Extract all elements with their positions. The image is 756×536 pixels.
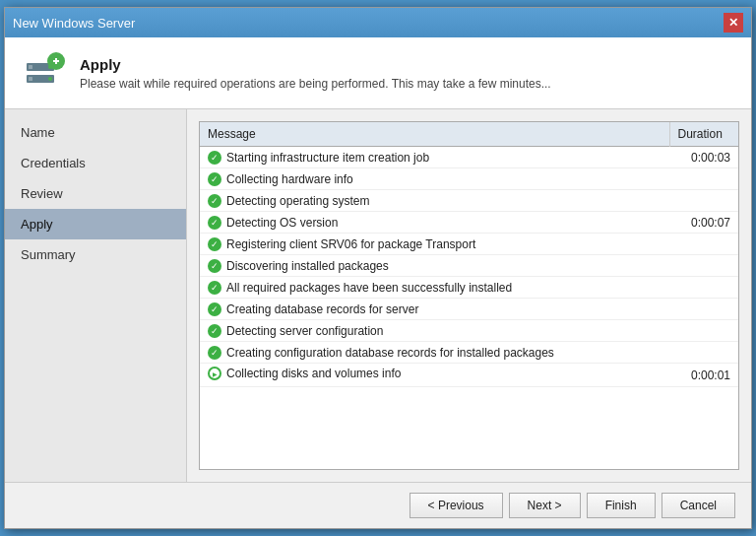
table-row: ✓Detecting operating system [200, 190, 738, 212]
log-duration [669, 299, 738, 320]
log-message: ✓Registering client SRV06 for package Tr… [200, 234, 669, 255]
svg-point-5 [48, 77, 52, 81]
table-row: Collecting disks and volumes info0:00:01 [200, 364, 738, 387]
log-table[interactable]: Message Duration ✓Starting infrastructur… [199, 121, 739, 470]
sidebar: NameCredentialsReviewApplySummary [5, 109, 187, 482]
check-icon: ✓ [208, 172, 221, 186]
table-row: ✓Detecting server configuration [200, 320, 738, 342]
table-row: ✓Collecting hardware info [200, 168, 738, 190]
log-duration [669, 234, 738, 255]
log-duration [669, 255, 738, 277]
check-icon: ✓ [208, 259, 221, 273]
table-row: ✓Creating database records for server [200, 299, 738, 320]
column-duration: Duration [669, 122, 738, 147]
finish-button[interactable]: Finish [587, 493, 656, 518]
header-icon [21, 49, 68, 97]
check-icon: ✓ [208, 151, 221, 165]
header-text: Apply Please wait while required operati… [80, 56, 551, 91]
check-icon: ✓ [208, 324, 221, 338]
svg-rect-2 [29, 65, 32, 69]
log-duration [669, 190, 738, 212]
main-content: Message Duration ✓Starting infrastructur… [187, 109, 751, 482]
log-message: Collecting disks and volumes info [200, 364, 669, 387]
sidebar-item-credentials[interactable]: Credentials [5, 148, 186, 178]
table-row: ✓All required packages have been success… [200, 277, 738, 299]
header-description: Please wait while required operations ar… [80, 77, 551, 91]
log-duration [669, 342, 738, 364]
sidebar-item-review[interactable]: Review [5, 178, 186, 209]
progress-icon [208, 367, 221, 380]
log-message: ✓Detecting OS version [200, 212, 669, 234]
header-section: Apply Please wait while required operati… [5, 37, 751, 109]
check-icon: ✓ [208, 216, 221, 230]
table-row: ✓Detecting OS version0:00:07 [200, 212, 738, 234]
log-message: ✓Creating configuration database records… [200, 342, 669, 364]
log-message: ✓Discovering installed packages [200, 255, 669, 277]
table-row: ✓Registering client SRV06 for package Tr… [200, 234, 738, 255]
footer: < Previous Next > Finish Cancel [5, 482, 751, 528]
table-header-row: Message Duration [200, 122, 738, 147]
sidebar-item-apply[interactable]: Apply [5, 209, 186, 239]
log-duration [669, 277, 738, 299]
column-message: Message [200, 122, 669, 147]
log-duration: 0:00:01 [669, 364, 738, 387]
close-button[interactable]: ✕ [724, 13, 743, 33]
log-message: ✓Starting infrastructure item creation j… [200, 147, 669, 168]
log-duration [669, 168, 738, 190]
header-title: Apply [80, 56, 551, 73]
table-row: ✓Creating configuration database records… [200, 342, 738, 364]
log-message: ✓All required packages have been success… [200, 277, 669, 299]
log-message: ✓Detecting operating system [200, 190, 669, 212]
log-message: ✓Collecting hardware info [200, 168, 669, 190]
log-duration [669, 320, 738, 342]
content-area: NameCredentialsReviewApplySummary Messag… [5, 109, 751, 482]
log-message: ✓Detecting server configuration [200, 320, 669, 342]
check-icon: ✓ [208, 194, 221, 208]
window-title: New Windows Server [13, 16, 135, 31]
next-button[interactable]: Next > [509, 493, 581, 518]
cancel-button[interactable]: Cancel [662, 493, 735, 518]
check-icon: ✓ [208, 281, 221, 295]
svg-rect-3 [29, 77, 32, 81]
title-bar: New Windows Server ✕ [5, 8, 751, 37]
table-row: ✓Discovering installed packages [200, 255, 738, 277]
check-icon: ✓ [208, 237, 221, 251]
log-duration: 0:00:07 [669, 212, 738, 234]
table-row: ✓Starting infrastructure item creation j… [200, 147, 738, 168]
check-icon: ✓ [208, 302, 221, 316]
previous-button[interactable]: < Previous [410, 493, 503, 518]
svg-rect-8 [55, 58, 57, 64]
main-window: New Windows Server ✕ Apply Please wait w… [4, 7, 752, 529]
log-message: ✓Creating database records for server [200, 299, 669, 320]
sidebar-item-name[interactable]: Name [5, 117, 186, 148]
sidebar-item-summary[interactable]: Summary [5, 239, 186, 270]
check-icon: ✓ [208, 346, 221, 360]
log-duration: 0:00:03 [669, 147, 738, 168]
